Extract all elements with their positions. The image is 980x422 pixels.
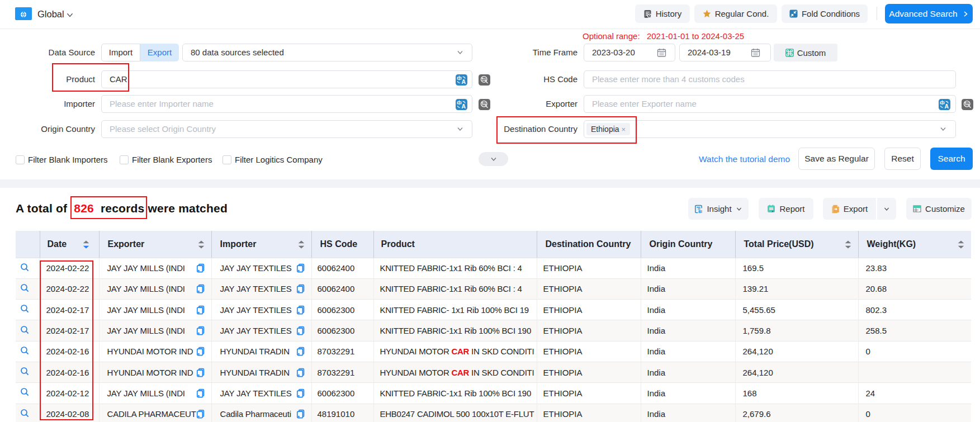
- svg-text:BI: BI: [699, 209, 703, 213]
- svg-text:A: A: [461, 103, 466, 110]
- svg-text:A: A: [944, 103, 949, 110]
- svg-text:A: A: [461, 78, 466, 85]
